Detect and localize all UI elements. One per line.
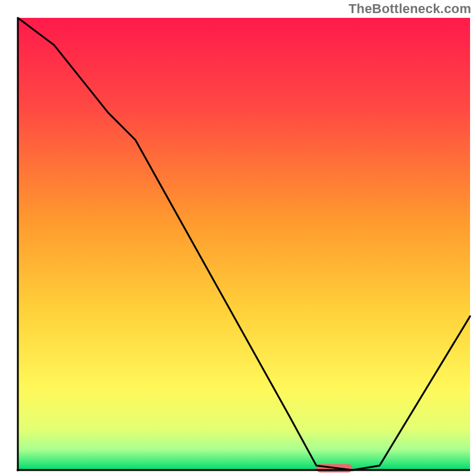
watermark-text: TheBottleneck.com [349,1,471,17]
bottleneck-curve-chart [0,0,476,476]
chart-stage: TheBottleneck.com [0,0,476,476]
